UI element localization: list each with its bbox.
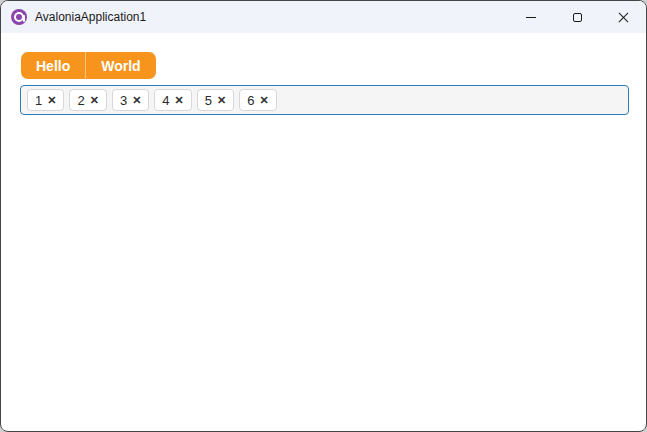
chip-5[interactable]: 5 ✕ bbox=[197, 89, 234, 111]
chip-value: 3 bbox=[120, 93, 127, 108]
chip-2[interactable]: 2 ✕ bbox=[69, 89, 106, 111]
avalonia-logo-stem bbox=[23, 15, 25, 22]
tabstrip: Hello World bbox=[21, 52, 156, 79]
chip-input-box[interactable]: 1 ✕ 2 ✕ 3 ✕ 4 ✕ 5 ✕ 6 ✕ bbox=[20, 85, 629, 115]
chip-1[interactable]: 1 ✕ bbox=[27, 89, 64, 111]
chip-value: 1 bbox=[35, 93, 42, 108]
chip-value: 6 bbox=[247, 93, 254, 108]
chip-remove-icon[interactable]: ✕ bbox=[132, 95, 141, 106]
chip-3[interactable]: 3 ✕ bbox=[112, 89, 149, 111]
content-area bbox=[2, 116, 645, 430]
minimize-button[interactable] bbox=[508, 1, 554, 33]
avalonia-logo-icon bbox=[11, 9, 27, 25]
titlebar: AvaloniaApplication1 bbox=[1, 1, 646, 33]
chip-remove-icon[interactable]: ✕ bbox=[260, 95, 269, 106]
chip-remove-icon[interactable]: ✕ bbox=[47, 95, 56, 106]
chip-4[interactable]: 4 ✕ bbox=[154, 89, 191, 111]
close-button[interactable] bbox=[600, 1, 646, 33]
maximize-button[interactable] bbox=[554, 1, 600, 33]
tab-hello[interactable]: Hello bbox=[21, 52, 85, 79]
window-title: AvaloniaApplication1 bbox=[35, 10, 146, 24]
chip-value: 2 bbox=[77, 93, 84, 108]
chip-6[interactable]: 6 ✕ bbox=[239, 89, 276, 111]
chip-remove-icon[interactable]: ✕ bbox=[217, 95, 226, 106]
chip-value: 5 bbox=[205, 93, 212, 108]
close-icon bbox=[618, 12, 629, 23]
chip-value: 4 bbox=[162, 93, 169, 108]
app-window: AvaloniaApplication1 Hello World 1 ✕ 2 ✕… bbox=[0, 0, 647, 432]
maximize-icon bbox=[573, 13, 582, 22]
chip-remove-icon[interactable]: ✕ bbox=[175, 95, 184, 106]
chip-remove-icon[interactable]: ✕ bbox=[90, 95, 99, 106]
minimize-icon bbox=[526, 17, 536, 18]
tab-world[interactable]: World bbox=[85, 52, 155, 79]
